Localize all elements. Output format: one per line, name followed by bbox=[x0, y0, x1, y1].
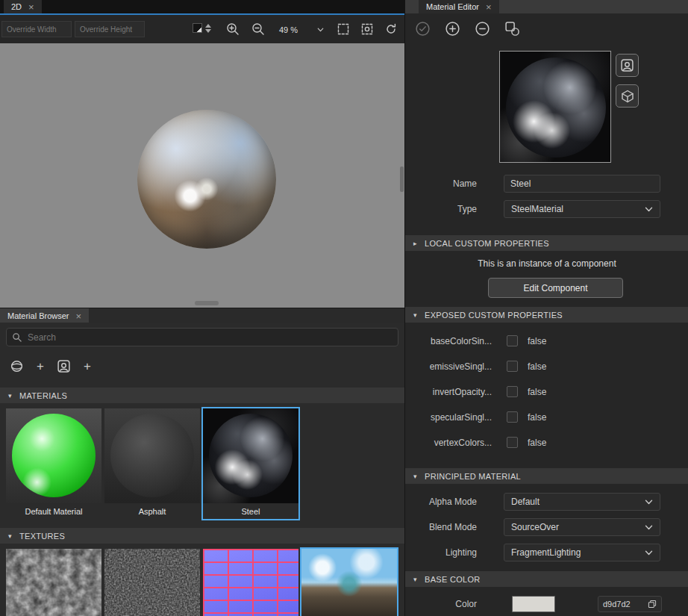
instance-note: This is an instance of a component bbox=[405, 258, 688, 269]
lighting-label: Lighting bbox=[405, 544, 477, 561]
texture-tile-noise[interactable] bbox=[6, 549, 101, 616]
texture-tile-grain[interactable] bbox=[104, 549, 200, 616]
blend-mode-select[interactable]: SourceOver bbox=[504, 518, 660, 536]
exposed-properties-label: EXPOSED CUSTOM PROPERTIES bbox=[425, 311, 563, 320]
noise-texture-image bbox=[6, 549, 101, 616]
zoom-level-value: 49 % bbox=[279, 25, 298, 34]
material-name: Steel bbox=[203, 503, 298, 519]
triangle-right-icon: ▸ bbox=[412, 240, 419, 247]
plus-circle-icon bbox=[445, 21, 460, 37]
preview-model-button[interactable] bbox=[616, 84, 639, 108]
2d-viewport[interactable] bbox=[0, 43, 404, 308]
zoom-selection-button[interactable] bbox=[334, 19, 353, 39]
material-thumbnail bbox=[203, 408, 298, 503]
property-checkbox[interactable] bbox=[507, 386, 518, 397]
base-color-label: BASE COLOR bbox=[425, 575, 481, 584]
material-browser-tabstrip: Material Browser × bbox=[0, 308, 404, 323]
texture-library-icon[interactable] bbox=[57, 359, 71, 373]
textures-section-header[interactable]: ▾ TEXTURES bbox=[0, 528, 404, 544]
alpha-mode-value: Default bbox=[511, 497, 540, 507]
horizontal-scrollbar-thumb[interactable] bbox=[195, 301, 219, 305]
property-checkbox[interactable] bbox=[507, 361, 518, 372]
override-width-input[interactable] bbox=[1, 21, 72, 37]
copy-icon[interactable] bbox=[648, 600, 657, 609]
material-card-asphalt[interactable]: Asphalt bbox=[104, 408, 200, 519]
exposed-prop-row: baseColorSin... false bbox=[405, 332, 688, 350]
alpha-mode-select[interactable]: Default bbox=[504, 493, 660, 511]
zoom-in-button[interactable] bbox=[223, 19, 243, 39]
texture-tile-bricks[interactable] bbox=[203, 549, 298, 616]
override-height-input[interactable] bbox=[75, 21, 145, 37]
tab-2d[interactable]: 2D × bbox=[4, 0, 42, 13]
selection-frame-icon bbox=[337, 22, 350, 36]
material-thumbnail bbox=[6, 408, 101, 503]
exposed-prop-row: vertexColors... false bbox=[405, 434, 688, 452]
close-icon[interactable]: × bbox=[28, 2, 34, 12]
fit-frame-icon bbox=[360, 22, 374, 36]
exposed-prop-row: invertOpacity... false bbox=[405, 383, 688, 401]
apply-to-selected-button[interactable] bbox=[504, 20, 520, 37]
spinner-arrows-icon[interactable] bbox=[205, 24, 211, 33]
lighting-select[interactable]: FragmentLighting bbox=[504, 544, 660, 561]
type-select[interactable]: SteelMaterial bbox=[504, 200, 660, 218]
materials-section-header[interactable]: ▾ MATERIALS bbox=[0, 388, 404, 403]
exposed-prop-row: specularSingl... false bbox=[405, 408, 688, 426]
texture-tile-photo[interactable] bbox=[301, 549, 397, 616]
name-input[interactable] bbox=[504, 175, 660, 193]
close-icon[interactable]: × bbox=[486, 2, 492, 12]
lighting-value: FragmentLighting bbox=[511, 547, 581, 558]
material-preview-tile[interactable] bbox=[499, 51, 611, 163]
property-label: vertexColors... bbox=[405, 434, 492, 452]
zoom-out-button[interactable] bbox=[248, 19, 268, 39]
chevron-down-icon bbox=[645, 207, 653, 212]
add-texture-button[interactable]: + bbox=[84, 360, 91, 373]
material-card-steel[interactable]: Steel bbox=[203, 408, 298, 519]
alpha-mode-label: Alpha Mode bbox=[405, 493, 477, 511]
zoom-fit-button[interactable] bbox=[357, 19, 377, 39]
preview-environment-button[interactable] bbox=[616, 54, 639, 77]
preview-sphere bbox=[506, 57, 606, 158]
tab-material-editor[interactable]: Material Editor × bbox=[419, 0, 499, 13]
property-label: baseColorSin... bbox=[405, 332, 492, 350]
delete-material-button[interactable] bbox=[474, 20, 490, 37]
add-material-button[interactable]: + bbox=[37, 360, 44, 373]
type-value: SteelMaterial bbox=[511, 204, 563, 214]
material-library-icon[interactable] bbox=[10, 359, 24, 373]
property-checkbox[interactable] bbox=[507, 335, 518, 346]
color-hex-field[interactable]: d9d7d2 bbox=[598, 596, 662, 612]
browser-actions-row: + + bbox=[0, 351, 404, 381]
property-checkbox[interactable] bbox=[507, 437, 518, 448]
chevron-down-icon bbox=[645, 550, 653, 556]
triangle-down-icon: ▾ bbox=[7, 532, 13, 540]
background-color-selector[interactable] bbox=[193, 23, 211, 33]
assign-material-icon bbox=[504, 21, 520, 37]
tab-material-browser[interactable]: Material Browser × bbox=[0, 308, 89, 323]
color-swatch[interactable] bbox=[512, 596, 555, 612]
background-color-icon bbox=[193, 23, 202, 33]
color-label: Color bbox=[405, 595, 477, 613]
editor-tabstrip: Material Editor × bbox=[405, 0, 688, 13]
app-root: 2D × bbox=[0, 0, 688, 616]
property-checkbox[interactable] bbox=[507, 411, 518, 423]
zoom-level-select[interactable]: 49 % bbox=[275, 21, 328, 38]
check-circle-icon bbox=[415, 21, 431, 37]
property-value: false bbox=[528, 408, 546, 426]
principled-material-header[interactable]: ▾ PRINCIPLED MATERIAL bbox=[405, 468, 688, 484]
triangle-down-icon: ▾ bbox=[412, 311, 419, 319]
add-material-button[interactable] bbox=[444, 20, 460, 37]
principled-material-label: PRINCIPLED MATERIAL bbox=[425, 472, 521, 481]
search-input[interactable] bbox=[6, 328, 398, 346]
material-card-default[interactable]: Default Material bbox=[6, 408, 101, 519]
vertical-scrollbar-thumb[interactable] bbox=[400, 167, 404, 192]
close-icon[interactable]: × bbox=[76, 311, 82, 321]
edit-component-button[interactable]: Edit Component bbox=[488, 278, 623, 298]
local-properties-header[interactable]: ▸ LOCAL CUSTOM PROPERTIES bbox=[405, 235, 688, 251]
tab-material-browser-label: Material Browser bbox=[7, 311, 69, 320]
search-icon bbox=[12, 332, 22, 342]
base-color-header[interactable]: ▾ BASE COLOR bbox=[405, 571, 688, 587]
property-label: emissiveSingl... bbox=[405, 358, 492, 376]
reset-view-button[interactable] bbox=[381, 19, 401, 39]
apply-changes-button[interactable] bbox=[414, 20, 431, 37]
exposed-properties-header[interactable]: ▾ EXPOSED CUSTOM PROPERTIES bbox=[405, 307, 688, 323]
textures-section-label: TEXTURES bbox=[19, 532, 65, 541]
